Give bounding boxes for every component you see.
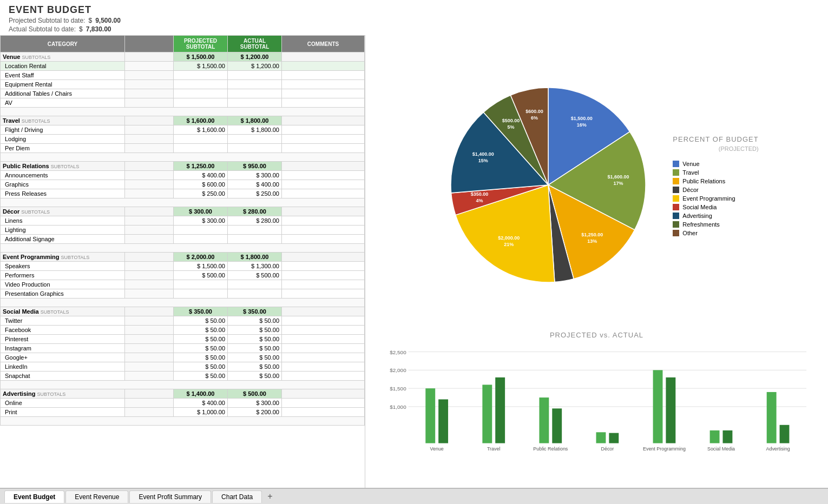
item-comment[interactable] — [282, 271, 365, 280]
item-actual[interactable] — [228, 80, 282, 89]
item-projected[interactable]: $ 50.00 — [174, 372, 228, 381]
item-projected[interactable] — [174, 144, 228, 153]
item-actual[interactable]: $ 300.00 — [228, 171, 282, 180]
item-name[interactable]: Speakers — [1, 262, 125, 271]
item-comment[interactable] — [282, 335, 365, 344]
item-name[interactable]: Event Staff — [1, 71, 125, 80]
add-tab-button[interactable]: + — [263, 490, 277, 502]
item-name[interactable]: Online — [1, 399, 125, 408]
item-comment[interactable] — [282, 171, 365, 180]
item-name[interactable]: Location Rental — [1, 62, 125, 71]
item-name[interactable]: Announcements — [1, 171, 125, 180]
item-name[interactable]: Additional Tables / Chairs — [1, 89, 125, 98]
item-comment[interactable] — [282, 399, 365, 408]
item-projected[interactable]: $ 50.00 — [174, 344, 228, 353]
tab-event-budget[interactable]: Event Budget — [4, 490, 64, 503]
item-comment[interactable] — [282, 362, 365, 372]
item-actual[interactable]: $ 200.00 — [228, 408, 282, 417]
bar-projected-4[interactable] — [653, 370, 663, 443]
item-comment[interactable] — [282, 344, 365, 353]
item-name[interactable]: Equipment Rental — [1, 80, 125, 89]
bar-actual-6[interactable] — [780, 425, 790, 443]
item-name[interactable]: Press Releases — [1, 189, 125, 198]
item-projected[interactable] — [174, 71, 228, 80]
bar-projected-5[interactable] — [710, 430, 720, 443]
item-actual[interactable]: $ 50.00 — [228, 353, 282, 362]
tab-event-profit-summary[interactable]: Event Profit Summary — [129, 490, 211, 503]
bar-actual-2[interactable] — [552, 408, 562, 443]
item-projected[interactable]: $ 400.00 — [174, 399, 228, 408]
item-name[interactable]: Instagram — [1, 344, 125, 353]
item-actual[interactable] — [228, 71, 282, 80]
item-actual[interactable]: $ 1,800.00 — [228, 125, 282, 135]
item-name[interactable]: Additional Signage — [1, 235, 125, 244]
item-actual[interactable] — [228, 98, 282, 108]
item-actual[interactable]: $ 280.00 — [228, 216, 282, 226]
item-actual[interactable]: $ 1,300.00 — [228, 262, 282, 271]
item-actual[interactable]: $ 1,200.00 — [228, 62, 282, 71]
item-comment[interactable] — [282, 98, 365, 108]
item-projected[interactable] — [174, 226, 228, 235]
item-comment[interactable] — [282, 280, 365, 289]
item-actual[interactable] — [228, 235, 282, 244]
item-projected[interactable]: $ 250.00 — [174, 189, 228, 198]
item-name[interactable]: Graphics — [1, 180, 125, 189]
item-actual[interactable] — [228, 144, 282, 153]
item-projected[interactable]: $ 500.00 — [174, 271, 228, 280]
item-name[interactable]: Google+ — [1, 353, 125, 362]
item-actual[interactable] — [228, 280, 282, 289]
item-name[interactable]: Lodging — [1, 135, 125, 144]
item-projected[interactable]: $ 50.00 — [174, 353, 228, 362]
item-projected[interactable]: $ 1,000.00 — [174, 408, 228, 417]
item-name[interactable]: Snapchat — [1, 372, 125, 381]
item-comment[interactable] — [282, 408, 365, 417]
item-actual[interactable]: $ 400.00 — [228, 180, 282, 189]
item-projected[interactable]: $ 300.00 — [174, 216, 228, 226]
item-comment[interactable] — [282, 180, 365, 189]
bar-projected-6[interactable] — [767, 392, 777, 443]
item-actual[interactable]: $ 250.00 — [228, 189, 282, 198]
item-name[interactable]: Facebook — [1, 326, 125, 335]
item-name[interactable]: Video Production — [1, 280, 125, 289]
item-comment[interactable] — [282, 89, 365, 98]
item-projected[interactable]: $ 600.00 — [174, 180, 228, 189]
item-actual[interactable] — [228, 289, 282, 299]
item-projected[interactable]: $ 50.00 — [174, 326, 228, 335]
item-projected[interactable]: $ 50.00 — [174, 335, 228, 344]
item-comment[interactable] — [282, 353, 365, 362]
bar-projected-1[interactable] — [482, 384, 492, 443]
item-name[interactable]: AV — [1, 98, 125, 108]
item-comment[interactable] — [282, 71, 365, 80]
item-actual[interactable]: $ 50.00 — [228, 362, 282, 372]
item-actual[interactable] — [228, 89, 282, 98]
item-comment[interactable] — [282, 372, 365, 381]
item-actual[interactable]: $ 50.00 — [228, 372, 282, 381]
item-comment[interactable] — [282, 144, 365, 153]
item-actual[interactable]: $ 50.00 — [228, 335, 282, 344]
bar-projected-2[interactable] — [539, 397, 549, 443]
item-projected[interactable] — [174, 89, 228, 98]
bar-actual-5[interactable] — [722, 430, 732, 443]
item-projected[interactable]: $ 50.00 — [174, 362, 228, 372]
item-projected[interactable]: $ 1,600.00 — [174, 125, 228, 135]
item-comment[interactable] — [282, 80, 365, 89]
bar-actual-4[interactable] — [666, 377, 675, 443]
item-name[interactable]: LinkedIn — [1, 362, 125, 372]
item-projected[interactable] — [174, 135, 228, 144]
item-name[interactable]: Linens — [1, 216, 125, 226]
item-comment[interactable] — [282, 226, 365, 235]
item-projected[interactable] — [174, 235, 228, 244]
item-name[interactable]: Pinterest — [1, 335, 125, 344]
bar-projected-0[interactable] — [425, 388, 435, 443]
item-comment[interactable] — [282, 62, 365, 71]
item-comment[interactable] — [282, 189, 365, 198]
item-projected[interactable] — [174, 289, 228, 299]
item-actual[interactable] — [228, 226, 282, 235]
item-actual[interactable]: $ 50.00 — [228, 326, 282, 335]
bar-projected-3[interactable] — [596, 432, 606, 443]
item-comment[interactable] — [282, 216, 365, 226]
item-name[interactable]: Flight / Driving — [1, 125, 125, 135]
item-actual[interactable] — [228, 135, 282, 144]
item-name[interactable]: Print — [1, 408, 125, 417]
item-projected[interactable] — [174, 98, 228, 108]
